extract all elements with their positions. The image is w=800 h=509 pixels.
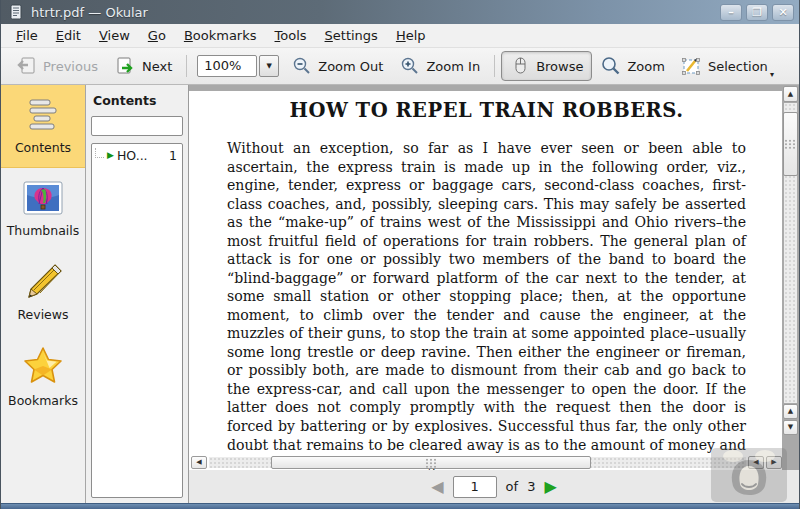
zoom-tool-button[interactable]: Zoom	[592, 52, 672, 81]
menu-file[interactable]: File	[7, 25, 47, 46]
horizontal-scrollbar[interactable]: ◀ ◀ ▶	[191, 455, 782, 470]
vertical-scrollbar-thumb[interactable]	[783, 112, 798, 176]
okular-window: htrtr.pdf — Okular – ❐ ✕ File Edit View …	[0, 0, 800, 509]
window-bottom-border	[1, 503, 799, 509]
contents-icon	[22, 97, 64, 133]
menu-go[interactable]: Go	[139, 25, 175, 46]
pencil-icon	[21, 262, 65, 300]
scrollbar-grip	[784, 139, 797, 149]
okular-watermark	[711, 448, 787, 502]
previous-button[interactable]: Previous	[7, 51, 106, 81]
contents-panel-header: Contents	[93, 93, 183, 108]
scroll-up-button[interactable]: ▲	[783, 86, 798, 102]
menu-bookmarks[interactable]: Bookmarks	[175, 25, 266, 46]
next-button[interactable]: Next	[106, 51, 180, 81]
scroll-up-button[interactable]: ▲	[783, 404, 798, 419]
sidebar-item-label: Contents	[15, 140, 71, 155]
toc-item-arrow-icon: ▶	[107, 151, 114, 160]
zoom-in-icon	[399, 56, 420, 77]
document-paragraph: Without an exception, so far as I have e…	[227, 139, 746, 470]
scroll-left-button[interactable]: ◀	[191, 456, 207, 469]
current-page-input[interactable]: 1	[453, 476, 497, 498]
sidebar-item-label: Thumbnails	[7, 223, 80, 238]
zoom-out-button[interactable]: Zoom Out	[283, 52, 391, 81]
menu-view[interactable]: View	[90, 25, 139, 46]
toc-item-label: HO...	[117, 148, 166, 163]
selection-icon	[681, 56, 702, 77]
mouse-icon	[510, 56, 530, 76]
magnifier-icon	[600, 56, 621, 77]
menu-tools[interactable]: Tools	[266, 25, 316, 46]
okular-app-icon	[8, 4, 24, 20]
bookmark-star-icon	[21, 346, 65, 386]
total-pages: 3	[527, 479, 535, 494]
minimize-button[interactable]: –	[720, 4, 742, 21]
toolbar-separator	[494, 55, 495, 77]
contents-tree: ▶ HO... 1	[91, 143, 183, 498]
previous-page-icon	[15, 55, 37, 77]
contents-panel: Contents ▶ HO... 1	[86, 85, 189, 503]
sidebar-item-bookmarks[interactable]: Bookmarks	[1, 334, 85, 420]
zoom-level-dropdown-arrow-icon[interactable]: ▼	[259, 55, 279, 77]
toolbar-separator	[186, 55, 187, 77]
next-page-icon	[114, 55, 136, 77]
tree-branch-line	[95, 148, 104, 158]
page-navigation-bar: ◀ 1 of 3 ▶	[189, 470, 799, 503]
menu-settings[interactable]: Settings	[316, 25, 387, 46]
sidebar-item-contents[interactable]: Contents	[1, 85, 85, 168]
zoom-level-value[interactable]: 100%	[197, 55, 257, 77]
toc-item[interactable]: ▶ HO... 1	[92, 144, 182, 167]
close-button[interactable]: ✕	[772, 4, 794, 21]
sidebar-item-thumbnails[interactable]: Thumbnails	[1, 168, 85, 250]
menu-bar: File Edit View Go Bookmarks Tools Settin…	[1, 24, 799, 48]
zoom-in-button[interactable]: Zoom In	[391, 52, 488, 81]
browse-tool-button[interactable]: Browse	[501, 51, 592, 81]
document-content: HOW TO REPEL TRAIN ROBBERS. Without an e…	[189, 91, 782, 470]
scrollbar-grip	[425, 458, 438, 468]
selection-tool-button[interactable]: Selection ▾	[673, 52, 782, 81]
zoom-level-combobox[interactable]: 100% ▼	[197, 55, 279, 77]
maximize-button[interactable]: ❐	[746, 4, 768, 21]
page-of-label: of	[506, 479, 519, 494]
navigation-sidebar: Contents Thumbnails	[1, 85, 86, 503]
pdf-page[interactable]: HOW TO REPEL TRAIN ROBBERS. Without an e…	[189, 91, 782, 470]
tool-bar: Previous Next 100% ▼ Zoom Out	[1, 48, 799, 85]
next-page-arrow-button[interactable]: ▶	[544, 479, 556, 495]
selection-menu-arrow-icon[interactable]: ▾	[770, 70, 774, 79]
document-viewport[interactable]: HOW TO REPEL TRAIN ROBBERS. Without an e…	[189, 85, 799, 503]
zoom-out-icon	[291, 56, 312, 77]
scroll-down-button[interactable]: ▼	[783, 420, 798, 435]
contents-search-input[interactable]	[91, 116, 183, 136]
toc-item-page-number: 1	[169, 148, 177, 163]
horizontal-scrollbar-thumb[interactable]	[271, 456, 591, 469]
previous-page-arrow-button[interactable]: ◀	[431, 479, 443, 495]
document-title: HOW TO REPEL TRAIN ROBBERS.	[227, 99, 746, 122]
sidebar-item-label: Bookmarks	[8, 393, 78, 408]
menu-edit[interactable]: Edit	[47, 25, 90, 46]
menu-help[interactable]: Help	[387, 25, 435, 46]
window-title: htrtr.pdf — Okular	[31, 5, 716, 20]
main-area: Contents Thumbnails	[1, 85, 799, 503]
vertical-scrollbar[interactable]: ▲ ▲ ▼	[782, 85, 799, 436]
sidebar-item-label: Reviews	[17, 307, 68, 322]
thumbnails-icon	[21, 180, 65, 216]
title-bar[interactable]: htrtr.pdf — Okular – ❐ ✕	[1, 0, 799, 24]
sidebar-item-reviews[interactable]: Reviews	[1, 250, 85, 334]
